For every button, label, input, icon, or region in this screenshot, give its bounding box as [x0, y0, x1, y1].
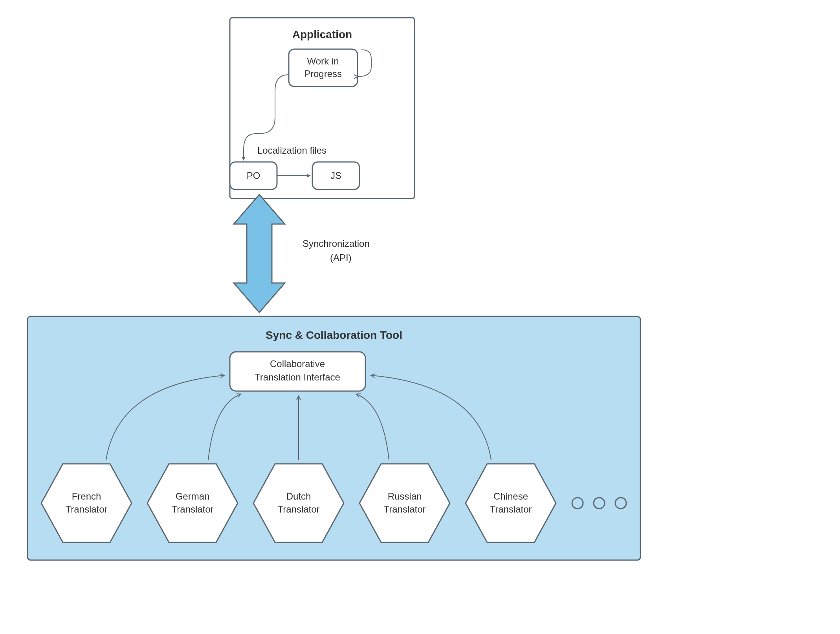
fr-l2: Translator	[65, 504, 107, 515]
po-label: PO	[247, 170, 260, 181]
collab-title: Sync & Collaboration Tool	[266, 329, 402, 341]
diagram-canvas: Application Work in Progress Localizatio…	[0, 0, 840, 634]
wip-line1: Work in	[307, 56, 339, 66]
application-title: Application	[292, 28, 352, 40]
de-l2: Translator	[171, 504, 213, 515]
zh-l1: Chinese	[493, 491, 528, 502]
work-in-progress-box: Work in Progress	[289, 49, 358, 86]
js-label: JS	[330, 170, 341, 181]
nl-l2: Translator	[277, 504, 319, 515]
svg-rect-5	[230, 352, 365, 391]
collab-if-line1: Collaborative	[270, 358, 325, 369]
de-l1: German	[176, 491, 210, 502]
collab-interface-box: Collaborative Translation Interface	[230, 352, 365, 391]
ru-l1: Russian	[388, 491, 422, 502]
nl-l1: Dutch	[286, 491, 311, 502]
localization-files-label: Localization files	[257, 145, 326, 156]
js-box: JS	[312, 162, 359, 189]
collab-if-line2: Translation Interface	[255, 372, 340, 382]
po-box: PO	[230, 162, 277, 189]
sync-double-arrow	[234, 195, 285, 312]
ru-l2: Translator	[383, 504, 426, 515]
sync-label-2: (API)	[330, 252, 352, 263]
fr-l1: French	[72, 491, 101, 502]
application-container: Application Work in Progress Localizatio…	[230, 18, 414, 198]
wip-line2: Progress	[304, 68, 342, 79]
svg-rect-1	[289, 49, 358, 86]
sync-label-1: Synchronization	[303, 238, 370, 249]
zh-l2: Translator	[490, 504, 532, 515]
collab-panel: Sync & Collaboration Tool Collaborative …	[28, 316, 640, 560]
